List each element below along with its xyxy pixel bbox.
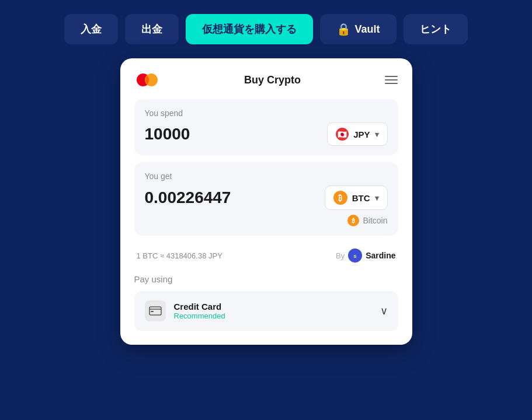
sardine-badge-icon: S xyxy=(348,249,362,262)
rate-row: 1 BTC ≈ 4318406.38 JPY By S Sardine xyxy=(134,243,398,268)
spend-section: You spend 10000 🇯🇵 JPY ▾ xyxy=(134,99,398,155)
get-row: 0.00226447 ₿ BTC ▾ xyxy=(145,186,388,210)
pay-left: Credit Card Recommended xyxy=(145,300,225,321)
spend-label: You spend xyxy=(145,108,388,118)
bitcoin-hint: ₿ Bitcoin xyxy=(145,215,388,226)
get-section: You get 0.00226447 ₿ BTC ▾ ₿ Bitcoin xyxy=(134,162,398,236)
get-currency-chevron-icon: ▾ xyxy=(375,194,379,202)
hint-button[interactable]: ヒント xyxy=(404,14,468,44)
buy-crypto-card: Buy Crypto You spend 10000 🇯🇵 JPY ▾ You … xyxy=(120,58,412,345)
svg-text:S: S xyxy=(353,254,357,259)
get-currency-button[interactable]: ₿ BTC ▾ xyxy=(325,186,388,210)
svg-rect-6 xyxy=(151,311,154,312)
menu-button[interactable] xyxy=(385,76,398,84)
vault-lock-icon: 🔒 xyxy=(336,22,351,36)
pay-method-title: Credit Card xyxy=(174,302,225,312)
spend-currency-label: JPY xyxy=(353,130,370,139)
exchange-rate: 1 BTC ≈ 4318406.38 JPY xyxy=(137,251,222,260)
get-amount: 0.00226447 xyxy=(145,188,231,207)
card-title: Buy Crypto xyxy=(244,74,301,86)
pay-label: Pay using xyxy=(134,274,398,284)
spend-currency-chevron-icon: ▾ xyxy=(375,130,379,139)
bitcoin-hint-icon: ₿ xyxy=(347,215,359,226)
spend-row: 10000 🇯🇵 JPY ▾ xyxy=(145,123,388,146)
mastercard-logo-icon xyxy=(134,72,160,88)
credit-card-icon xyxy=(145,300,166,321)
get-label: You get xyxy=(145,172,388,181)
pay-chevron-icon: ∨ xyxy=(380,304,388,317)
sardine-row: By S Sardine xyxy=(336,249,396,262)
card-logo xyxy=(134,72,160,88)
pay-section: Pay using Credit Card Recommended ∨ xyxy=(134,274,398,331)
deposit-button[interactable]: 入金 xyxy=(64,14,118,44)
withdraw-button[interactable]: 出金 xyxy=(125,14,179,44)
buy-crypto-button[interactable]: 仮想通貨を購入する xyxy=(186,14,313,44)
by-label: By xyxy=(336,251,345,260)
spend-amount: 10000 xyxy=(145,125,190,144)
vault-button[interactable]: 🔒 Vault xyxy=(320,14,396,44)
spend-currency-button[interactable]: 🇯🇵 JPY ▾ xyxy=(327,123,387,146)
bitcoin-hint-text: Bitcoin xyxy=(363,216,387,225)
pay-recommended-badge: Recommended xyxy=(174,312,225,320)
get-currency-label: BTC xyxy=(352,193,370,203)
jpy-flag-icon: 🇯🇵 xyxy=(336,128,349,141)
top-nav: 入金 出金 仮想通貨を購入する 🔒 Vault ヒント xyxy=(0,0,532,58)
sardine-name: Sardine xyxy=(366,251,395,260)
card-header: Buy Crypto xyxy=(134,72,398,88)
pay-option-credit-card[interactable]: Credit Card Recommended ∨ xyxy=(134,291,398,331)
btc-icon: ₿ xyxy=(333,191,347,205)
pay-info: Credit Card Recommended xyxy=(174,302,225,320)
